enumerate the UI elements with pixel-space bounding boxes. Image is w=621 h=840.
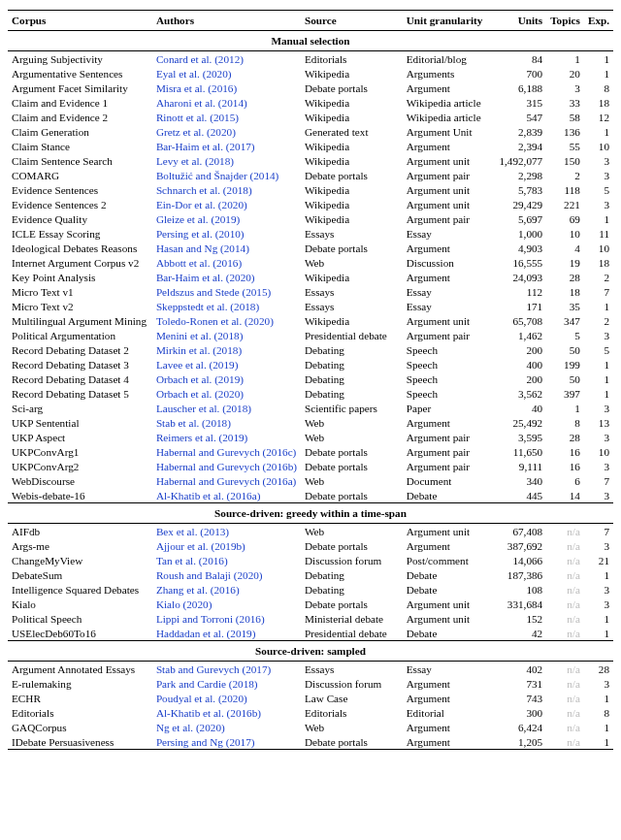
cell-exp: 13 — [584, 415, 613, 430]
author-link[interactable]: Orbach et al. (2019) — [156, 373, 244, 385]
author-link[interactable]: Lippi and Torroni (2016) — [156, 613, 265, 625]
author-link[interactable]: Toledo-Ronen et al. (2020) — [156, 315, 274, 327]
cell-units: 187,386 — [494, 567, 546, 582]
table-row: Ideological Debates ReasonsHasan and Ng … — [8, 241, 613, 255]
author-link[interactable]: Park and Cardie (2018) — [156, 678, 258, 690]
author-link[interactable]: Poudyal et al. (2020) — [156, 693, 247, 704]
author-link[interactable]: Lavee et al. (2019) — [156, 359, 239, 371]
cell-topics: n/a — [546, 676, 584, 691]
author-link[interactable]: Eyal et al. (2020) — [156, 68, 232, 80]
cell-corpus: Evidence Sentences 2 — [8, 197, 152, 211]
col-source: Source — [301, 11, 403, 31]
cell-source: Debating — [301, 342, 403, 357]
author-link[interactable]: Kialo (2020) — [156, 598, 212, 610]
col-units: Units — [494, 11, 546, 31]
table-row: Political SpeechLippi and Torroni (2016)… — [8, 611, 613, 626]
cell-authors: Lippi and Torroni (2016) — [152, 611, 301, 626]
author-link[interactable]: Persing and Ng (2017) — [156, 736, 255, 748]
cell-source: Debate portals — [301, 459, 403, 473]
cell-gran: Argument pair — [403, 430, 494, 444]
author-link[interactable]: Bar-Haim et al. (2020) — [156, 272, 255, 283]
table-row: COMARGBoltužić and Šnajder (2014)Debate … — [8, 168, 613, 182]
author-link[interactable]: Al-Khatib et al. (2016b) — [156, 707, 261, 719]
author-link[interactable]: Orbach et al. (2020) — [156, 388, 244, 400]
author-link[interactable]: Bar-Haim et al. (2017) — [156, 141, 255, 152]
author-link[interactable]: Stab and Gurevych (2017) — [156, 663, 271, 675]
author-link[interactable]: Habernal and Gurevych (2016c) — [156, 446, 296, 458]
cell-authors: Kialo (2020) — [152, 597, 301, 611]
col-exp: Exp. — [584, 11, 613, 31]
table-row: WebDiscourseHabernal and Gurevych (2016a… — [8, 473, 613, 488]
cell-authors: Bar-Haim et al. (2017) — [152, 139, 301, 153]
author-link[interactable]: Conard et al. (2012) — [156, 53, 244, 65]
cell-gran: Argument unit — [403, 611, 494, 626]
cell-exp: 7 — [584, 284, 613, 299]
author-link[interactable]: Rinott et al. (2015) — [156, 112, 239, 123]
cell-gran: Arguments — [403, 66, 494, 81]
author-link[interactable]: Peldszus and Stede (2015) — [156, 286, 271, 298]
author-link[interactable]: Roush and Balaji (2020) — [156, 569, 263, 581]
cell-gran: Debate — [403, 567, 494, 582]
author-link[interactable]: Mirkin et al. (2018) — [156, 344, 242, 356]
cell-topics: 50 — [546, 372, 584, 386]
cell-topics: n/a — [546, 553, 584, 567]
author-link[interactable]: Misra et al. (2016) — [156, 82, 237, 94]
author-link[interactable]: Menini et al. (2018) — [156, 330, 243, 341]
cell-units: 331,684 — [494, 597, 546, 611]
cell-source: Debating — [301, 357, 403, 372]
author-link[interactable]: Lauscher et al. (2018) — [156, 403, 251, 414]
cell-corpus: Argument Annotated Essays — [8, 662, 152, 677]
author-link[interactable]: Gretz et al. (2020) — [156, 126, 236, 138]
author-link[interactable]: Skeppstedt et al. (2018) — [156, 301, 259, 312]
author-link[interactable]: Habernal and Gurevych (2016b) — [156, 461, 297, 472]
author-link[interactable]: Tan et al. (2016) — [156, 555, 228, 566]
author-link[interactable]: Schnarch et al. (2018) — [156, 184, 252, 196]
author-link[interactable]: Reimers et al. (2019) — [156, 432, 247, 443]
table-row: EditorialsAl-Khatib et al. (2016b)Editor… — [8, 705, 613, 720]
cell-source: Debate portals — [301, 597, 403, 611]
cell-units: 11,650 — [494, 444, 546, 459]
table-row: Claim StanceBar-Haim et al. (2017)Wikipe… — [8, 139, 613, 153]
author-link[interactable]: Gleize et al. (2019) — [156, 213, 240, 225]
cell-topics: n/a — [546, 611, 584, 626]
cell-gran: Argument pair — [403, 459, 494, 473]
cell-corpus: UKP Sentential — [8, 415, 152, 430]
cell-corpus: AIFdb — [8, 524, 152, 539]
cell-topics: n/a — [546, 720, 584, 734]
cell-corpus: UKPConvArg2 — [8, 459, 152, 473]
author-link[interactable]: Ng et al. (2020) — [156, 722, 225, 733]
cell-exp: 1 — [584, 372, 613, 386]
author-link[interactable]: Persing et al. (2010) — [156, 228, 245, 240]
author-link[interactable]: Levy et al. (2018) — [156, 155, 234, 167]
author-link[interactable]: Stab et al. (2018) — [156, 417, 231, 429]
author-link[interactable]: Bex et al. (2013) — [156, 526, 229, 537]
author-link[interactable]: Haddadan et al. (2019) — [156, 628, 256, 639]
author-link[interactable]: Ein-Dor et al. (2020) — [156, 199, 247, 210]
cell-gran: Essay — [403, 226, 494, 241]
table-row: Arguing SubjectivityConard et al. (2012)… — [8, 51, 613, 67]
author-link[interactable]: Al-Khatib et al. (2016a) — [156, 490, 261, 501]
cell-topics: n/a — [546, 582, 584, 597]
author-link[interactable]: Abbott et al. (2016) — [156, 257, 242, 269]
author-link[interactable]: Zhang et al. (2016) — [156, 584, 240, 596]
cell-units: 315 — [494, 95, 546, 110]
table-row: Record Debating Dataset 3Lavee et al. (2… — [8, 357, 613, 372]
cell-gran: Wikipedia article — [403, 110, 494, 124]
cell-units: 152 — [494, 611, 546, 626]
cell-source: Debating — [301, 386, 403, 401]
cell-exp: 3 — [584, 488, 613, 503]
cell-source: Wikipedia — [301, 139, 403, 153]
author-link[interactable]: Hasan and Ng (2014) — [156, 242, 249, 254]
author-link[interactable]: Ajjour et al. (2019b) — [156, 540, 245, 552]
cell-exp: 8 — [584, 705, 613, 720]
table-row: Political ArgumentationMenini et al. (20… — [8, 328, 613, 342]
cell-source: Presidential debate — [301, 626, 403, 641]
cell-gran: Argument — [403, 139, 494, 153]
author-link[interactable]: Habernal and Gurevych (2016a) — [156, 475, 296, 487]
cell-corpus: Kialo — [8, 597, 152, 611]
author-link[interactable]: Aharoni et al. (2014) — [156, 97, 247, 109]
cell-authors: Boltužić and Šnajder (2014) — [152, 168, 301, 182]
cell-source: Wikipedia — [301, 66, 403, 81]
author-link[interactable]: Boltužić and Šnajder (2014) — [156, 170, 278, 181]
table-row: Claim and Evidence 2Rinott et al. (2015)… — [8, 110, 613, 124]
